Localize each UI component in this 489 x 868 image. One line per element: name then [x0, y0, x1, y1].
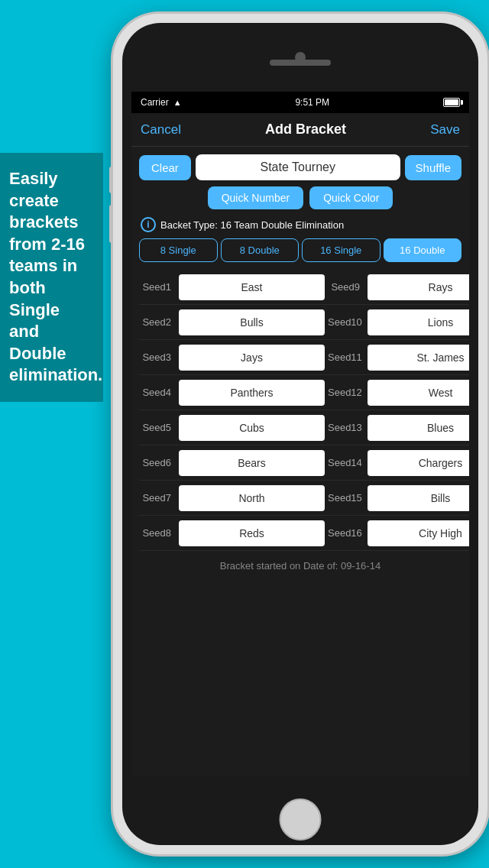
seed-label-6: Seed6: [139, 457, 176, 468]
seed-label-7: Seed7: [139, 492, 176, 504]
seed-row-8: Seed8: [139, 516, 328, 551]
seed-input-3[interactable]: [179, 345, 325, 371]
seed-label-8: Seed8: [139, 527, 176, 539]
nav-title: Add Bracket: [265, 121, 346, 138]
type-8-double[interactable]: 8 Double: [221, 238, 300, 262]
vol-up-button: [109, 167, 113, 193]
seed-input-16[interactable]: [368, 520, 469, 546]
seed-row-1: Seed1: [139, 270, 328, 305]
seed-row-9: Seed9: [328, 270, 469, 305]
seed-row-16: Seed16: [328, 516, 469, 551]
seed-row-11: Seed11: [328, 340, 469, 375]
seed-input-12[interactable]: [368, 380, 469, 406]
seed-row-14: Seed14: [328, 445, 469, 481]
seed-label-3: Seed3: [139, 351, 176, 363]
home-button[interactable]: [280, 798, 322, 840]
status-time: 9:51 PM: [295, 97, 329, 108]
sidebar-promo: Easily create brackets from 2-16 teams i…: [0, 153, 103, 402]
status-bar: Carrier ▲ 9:51 PM: [131, 92, 469, 113]
seed-row-15: Seed15: [328, 481, 469, 516]
seed-row-6: Seed6: [139, 445, 328, 481]
bracket-type-label: Backet Type: 16 Team Double Elimination: [160, 219, 344, 231]
type-16-single[interactable]: 16 Single: [302, 238, 381, 262]
footer-text: Bracket started on Date of: 09-16-14: [220, 560, 381, 572]
seed-label-2: Seed2: [139, 316, 176, 328]
seed-row-13: Seed13: [328, 410, 469, 445]
seed-label-14: Seed14: [328, 457, 364, 468]
seed-input-11[interactable]: [368, 345, 469, 371]
seed-label-15: Seed15: [328, 492, 364, 504]
type-selector: 8 Single 8 Double 16 Single 16 Double: [139, 238, 461, 262]
bracket-info: i Backet Type: 16 Team Double Eliminatio…: [139, 217, 461, 232]
seed-row-4: Seed4: [139, 375, 328, 410]
seed-label-10: Seed10: [328, 316, 364, 328]
speaker: [270, 60, 331, 66]
info-icon: i: [141, 217, 156, 232]
seed-input-4[interactable]: [179, 380, 325, 406]
seed-label-1: Seed1: [139, 281, 176, 293]
seed-label-5: Seed5: [139, 422, 176, 433]
seed-input-8[interactable]: [179, 520, 325, 546]
quick-color-button[interactable]: Quick Color: [309, 186, 393, 209]
battery-icon: [443, 98, 460, 107]
seed-row-12: Seed12: [328, 375, 469, 410]
seed-label-9: Seed9: [328, 281, 364, 293]
seed-input-10[interactable]: [368, 309, 469, 335]
shuffle-button[interactable]: Shuffle: [405, 155, 461, 180]
phone-frame: Carrier ▲ 9:51 PM Cancel Add Bracket Sav…: [113, 14, 487, 854]
screen: Carrier ▲ 9:51 PM Cancel Add Bracket Sav…: [131, 92, 469, 776]
seed-label-12: Seed12: [328, 387, 364, 398]
seed-row-10: Seed10: [328, 305, 469, 340]
seed-label-11: Seed11: [328, 351, 364, 363]
seeds-grid: Seed1 Seed9 Seed2 Seed10 Seed3 Seed11 Se…: [139, 270, 461, 551]
seed-input-7[interactable]: [179, 485, 325, 511]
seed-input-15[interactable]: [368, 485, 469, 511]
seed-label-13: Seed13: [328, 422, 364, 433]
seed-input-13[interactable]: [368, 415, 469, 441]
seed-label-4: Seed4: [139, 387, 176, 398]
seed-input-2[interactable]: [179, 309, 325, 335]
seed-label-16: Seed16: [328, 527, 364, 539]
seed-input-6[interactable]: [179, 450, 325, 476]
vol-down-button: [109, 205, 113, 243]
phone-inner: Carrier ▲ 9:51 PM Cancel Add Bracket Sav…: [122, 23, 478, 845]
footer-bar: Bracket started on Date of: 09-16-14: [131, 551, 469, 580]
nav-bar: Cancel Add Bracket Save: [131, 113, 469, 147]
status-left: Carrier ▲: [141, 97, 182, 108]
seed-input-5[interactable]: [179, 415, 325, 441]
save-button[interactable]: Save: [430, 122, 460, 138]
tournament-name-input[interactable]: [196, 154, 400, 180]
seed-row-7: Seed7: [139, 481, 328, 516]
clear-button[interactable]: Clear: [139, 155, 191, 180]
type-8-single[interactable]: 8 Single: [139, 238, 218, 262]
cancel-button[interactable]: Cancel: [141, 122, 181, 138]
top-buttons-row: Clear Shuffle: [139, 154, 461, 180]
wifi-icon: ▲: [173, 98, 182, 107]
quick-number-button[interactable]: Quick Number: [208, 186, 303, 209]
seed-row-3: Seed3: [139, 340, 328, 375]
seed-input-14[interactable]: [368, 450, 469, 476]
seed-input-9[interactable]: [368, 274, 469, 300]
seed-input-1[interactable]: [179, 274, 325, 300]
content-area: Clear Shuffle Quick Number Quick Color i…: [131, 147, 469, 551]
type-16-double[interactable]: 16 Double: [384, 238, 462, 262]
seed-row-5: Seed5: [139, 410, 328, 445]
carrier-label: Carrier: [141, 97, 169, 108]
quick-buttons-row: Quick Number Quick Color: [139, 186, 461, 209]
seed-row-2: Seed2: [139, 305, 328, 340]
